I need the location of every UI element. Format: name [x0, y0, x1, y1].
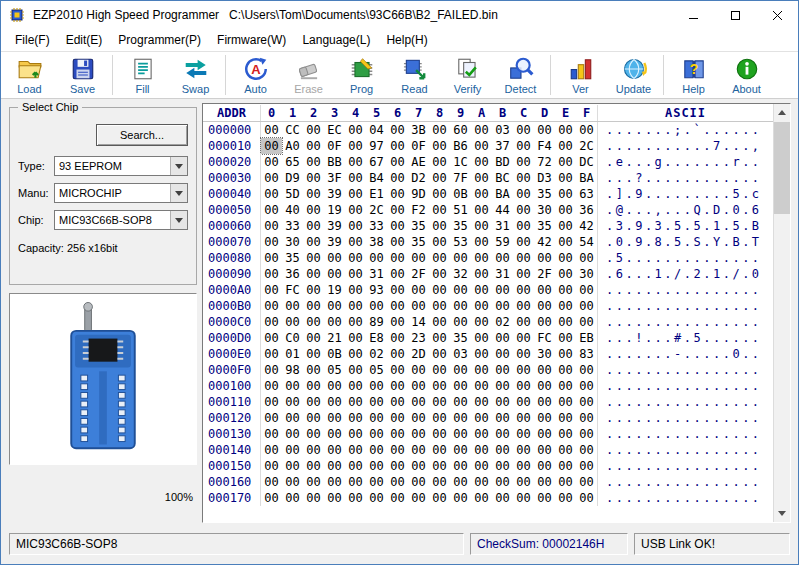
hex-byte[interactable]: 00: [408, 282, 429, 298]
hex-byte[interactable]: 00: [534, 282, 555, 298]
hex-byte[interactable]: 00: [429, 138, 450, 154]
hex-byte[interactable]: 00: [345, 314, 366, 330]
hex-byte[interactable]: 00: [345, 410, 366, 426]
hex-byte[interactable]: 04: [366, 122, 387, 138]
hex-byte[interactable]: 00: [387, 218, 408, 234]
hex-byte[interactable]: 00: [429, 458, 450, 474]
hex-byte[interactable]: 00: [387, 138, 408, 154]
hex-byte[interactable]: 00: [576, 474, 597, 490]
hex-byte[interactable]: 00: [471, 394, 492, 410]
hex-byte[interactable]: 00: [492, 378, 513, 394]
hex-byte[interactable]: 00: [513, 186, 534, 202]
menu-item-programmer[interactable]: Programmer(P): [110, 30, 209, 50]
hex-byte[interactable]: 00: [513, 266, 534, 282]
hex-byte[interactable]: 00: [429, 122, 450, 138]
hex-byte[interactable]: 00: [534, 490, 555, 506]
hex-byte[interactable]: 00: [366, 410, 387, 426]
save-button[interactable]: Save: [56, 53, 109, 97]
hex-byte[interactable]: 00: [555, 298, 576, 314]
search-button[interactable]: Search...: [96, 124, 188, 146]
hex-byte[interactable]: BA: [492, 186, 513, 202]
hex-byte[interactable]: 00: [576, 282, 597, 298]
hex-byte[interactable]: 00: [513, 170, 534, 186]
hex-byte[interactable]: 19: [324, 202, 345, 218]
hex-byte[interactable]: 72: [534, 154, 555, 170]
hex-byte[interactable]: 00: [555, 442, 576, 458]
hex-byte[interactable]: 00: [429, 346, 450, 362]
hex-byte[interactable]: 00: [345, 154, 366, 170]
hex-byte[interactable]: 00: [555, 250, 576, 266]
hex-byte[interactable]: 00: [576, 250, 597, 266]
hex-byte[interactable]: 7F: [450, 170, 471, 186]
hex-byte[interactable]: 00: [429, 266, 450, 282]
hex-byte[interactable]: 00: [576, 490, 597, 506]
hex-byte[interactable]: 00: [450, 458, 471, 474]
hex-byte[interactable]: 00: [387, 474, 408, 490]
hex-byte[interactable]: 00: [345, 298, 366, 314]
hex-byte[interactable]: 00: [471, 138, 492, 154]
hex-byte[interactable]: 00: [408, 362, 429, 378]
hex-byte[interactable]: 00: [387, 330, 408, 346]
ver-button[interactable]: Ver: [554, 53, 607, 97]
hex-byte[interactable]: 00: [387, 458, 408, 474]
hex-byte[interactable]: 97: [366, 138, 387, 154]
hex-byte[interactable]: 33: [366, 218, 387, 234]
hex-byte[interactable]: 19: [324, 282, 345, 298]
hex-byte[interactable]: 00: [261, 474, 282, 490]
hex-byte[interactable]: 00: [261, 378, 282, 394]
hex-byte[interactable]: 00: [534, 122, 555, 138]
prog-button[interactable]: Prog: [335, 53, 388, 97]
hex-byte[interactable]: 03: [450, 346, 471, 362]
hex-byte[interactable]: 00: [471, 378, 492, 394]
hex-byte[interactable]: 00: [261, 410, 282, 426]
hex-byte[interactable]: 00: [429, 394, 450, 410]
hex-byte[interactable]: 00: [471, 250, 492, 266]
hex-byte[interactable]: 00: [513, 426, 534, 442]
hex-byte[interactable]: 00: [471, 298, 492, 314]
hex-byte[interactable]: 00: [261, 138, 282, 154]
hex-byte[interactable]: 00: [429, 330, 450, 346]
read-button[interactable]: Read: [388, 53, 441, 97]
hex-byte[interactable]: 00: [471, 218, 492, 234]
hex-byte[interactable]: 00: [534, 474, 555, 490]
hex-byte[interactable]: 00: [429, 154, 450, 170]
hex-byte[interactable]: 00: [429, 426, 450, 442]
hex-byte[interactable]: 00: [324, 378, 345, 394]
hex-byte[interactable]: 00: [345, 378, 366, 394]
hex-byte[interactable]: 38: [366, 234, 387, 250]
hex-byte[interactable]: 00: [555, 234, 576, 250]
hex-byte[interactable]: 53: [450, 234, 471, 250]
hex-byte[interactable]: 00: [324, 394, 345, 410]
hex-byte[interactable]: 00: [408, 410, 429, 426]
menu-item-firmware[interactable]: Firmware(W): [209, 30, 294, 50]
hex-byte[interactable]: 00: [282, 378, 303, 394]
hex-byte[interactable]: 00: [387, 298, 408, 314]
hex-byte[interactable]: 67: [366, 154, 387, 170]
hex-byte[interactable]: 00: [513, 378, 534, 394]
hex-byte[interactable]: 00: [303, 458, 324, 474]
hex-byte[interactable]: 00: [513, 362, 534, 378]
menu-item-language[interactable]: Language(L): [294, 30, 378, 50]
hex-byte[interactable]: 00: [387, 426, 408, 442]
hex-byte[interactable]: 39: [324, 186, 345, 202]
hex-byte[interactable]: 00: [429, 186, 450, 202]
hex-byte[interactable]: 00: [555, 266, 576, 282]
hex-byte[interactable]: 00: [303, 330, 324, 346]
hex-byte[interactable]: 00: [408, 378, 429, 394]
hex-byte[interactable]: 00: [303, 202, 324, 218]
hex-byte[interactable]: 00: [408, 394, 429, 410]
hex-byte[interactable]: 00: [387, 154, 408, 170]
hex-byte[interactable]: 00: [450, 362, 471, 378]
hex-editor[interactable]: ADDR0123456789ABCDEFASCII 00000000CC00EC…: [202, 103, 791, 523]
hex-byte[interactable]: 00: [555, 410, 576, 426]
hex-byte[interactable]: 00: [513, 410, 534, 426]
hex-byte[interactable]: 00: [492, 362, 513, 378]
minimize-button[interactable]: [672, 1, 714, 29]
hex-byte[interactable]: 2C: [366, 202, 387, 218]
hex-byte[interactable]: 35: [450, 330, 471, 346]
hex-byte[interactable]: 00: [282, 442, 303, 458]
hex-byte[interactable]: 00: [576, 298, 597, 314]
hex-byte[interactable]: 00: [261, 346, 282, 362]
hex-byte[interactable]: 00: [492, 426, 513, 442]
hex-byte[interactable]: 00: [261, 362, 282, 378]
